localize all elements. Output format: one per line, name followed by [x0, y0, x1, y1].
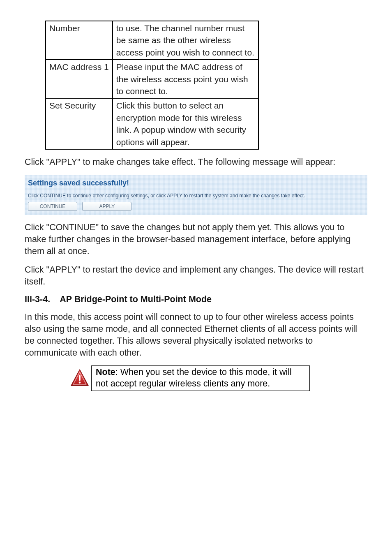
settings-buttons-row: CONTINUE APPLY: [25, 202, 367, 211]
row-label: Set Security: [46, 98, 113, 149]
settings-hint: Click CONTINUE to continue other configu…: [25, 193, 367, 202]
table-row: MAC address 1 Please input the MAC addre…: [46, 60, 258, 98]
heading-number: III-3-4.: [25, 294, 58, 305]
paragraph-continue-desc: Click "CONTINUE" to save the changes but…: [25, 222, 367, 257]
note-text: : When you set the device to this mode, …: [96, 367, 292, 388]
continue-button[interactable]: CONTINUE: [28, 202, 77, 211]
table-row: Set Security Click this button to select…: [46, 98, 258, 149]
row-label: Number: [46, 21, 113, 60]
note-text-box: Note: When you set the device to this mo…: [91, 365, 310, 391]
note-block: Note: When you set the device to this mo…: [70, 365, 367, 391]
paragraph-apply-desc: Click "APPLY" to restart the device and …: [25, 264, 367, 288]
heading-title: AP Bridge-Point to Multi-Point Mode: [60, 294, 212, 304]
paragraph-mode-desc: In this mode, this access point will con…: [25, 311, 367, 359]
apply-button[interactable]: APPLY: [82, 202, 131, 211]
row-desc: Please input the MAC address of the wire…: [113, 60, 258, 98]
definition-table: Number to use. The channel number must b…: [45, 21, 259, 150]
svg-point-3: [79, 382, 81, 384]
row-desc: to use. The channel number must be same …: [113, 21, 258, 60]
paragraph-apply-prompt: Click "APPLY" to make changes take effec…: [25, 156, 367, 168]
note-label: Note: [96, 367, 115, 377]
row-label: MAC address 1: [46, 60, 113, 98]
table-row: Number to use. The channel number must b…: [46, 21, 258, 60]
section-heading: III-3-4. AP Bridge-Point to Multi-Point …: [25, 294, 367, 305]
svg-rect-2: [79, 375, 81, 381]
divider: [25, 191, 367, 191]
warning-icon: [70, 368, 90, 388]
row-desc: Click this button to select an encryptio…: [113, 98, 258, 149]
settings-saved-title: Settings saved successfully!: [25, 179, 367, 189]
settings-saved-panel: Settings saved successfully! Click CONTI…: [25, 175, 367, 215]
